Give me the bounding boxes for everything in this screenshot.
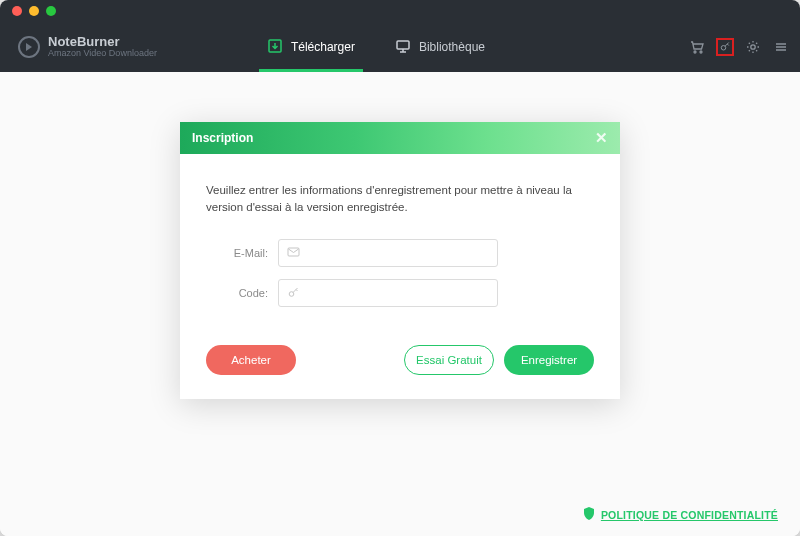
modal-body: Veuillez entrer les informations d'enreg… (180, 154, 620, 399)
app-window: NoteBurner Amazon Video Downloader Téléc… (0, 0, 800, 536)
buy-button[interactable]: Acheter (206, 345, 296, 375)
header-bar: NoteBurner Amazon Video Downloader Téléc… (0, 22, 800, 72)
cart-icon[interactable] (688, 38, 706, 56)
svg-rect-1 (397, 41, 409, 49)
modal-title: Inscription (192, 131, 253, 145)
code-label: Code: (206, 287, 278, 299)
footer: POLITIQUE DE CONFIDENTIALITÉ (583, 507, 778, 522)
brand-subtitle: Amazon Video Downloader (48, 49, 157, 59)
register-button[interactable]: Enregistrer (504, 345, 594, 375)
tab-download-label: Télécharger (291, 40, 355, 54)
close-icon[interactable]: ✕ (595, 129, 608, 147)
tab-download[interactable]: Télécharger (247, 22, 375, 72)
email-label: E-Mail: (206, 247, 278, 259)
nav-tabs: Télécharger Bibliothèque (247, 22, 505, 72)
key-small-icon (287, 286, 300, 299)
tab-library[interactable]: Bibliothèque (375, 22, 505, 72)
email-field[interactable] (306, 247, 489, 259)
shield-icon (583, 507, 595, 522)
gear-icon[interactable] (744, 38, 762, 56)
envelope-icon (287, 247, 300, 258)
code-field[interactable] (306, 287, 489, 299)
brand: NoteBurner Amazon Video Downloader (18, 35, 157, 59)
download-icon (267, 38, 283, 57)
brand-name: NoteBurner (48, 35, 157, 49)
header-actions (688, 38, 790, 56)
tab-library-label: Bibliothèque (419, 40, 485, 54)
window-close-dot[interactable] (12, 6, 22, 16)
code-row: Code: (206, 279, 594, 307)
svg-point-5 (751, 45, 755, 49)
code-input-wrap[interactable] (278, 279, 498, 307)
key-icon[interactable] (716, 38, 734, 56)
email-input-wrap[interactable] (278, 239, 498, 267)
svg-point-3 (700, 51, 702, 53)
modal-message: Veuillez entrer les informations d'enreg… (206, 182, 594, 217)
modal-header: Inscription ✕ (180, 122, 620, 154)
library-icon (395, 38, 411, 57)
modal-actions: Acheter Essai Gratuit Enregistrer (206, 345, 594, 375)
window-minimize-dot[interactable] (29, 6, 39, 16)
trial-button[interactable]: Essai Gratuit (404, 345, 494, 375)
email-row: E-Mail: (206, 239, 594, 267)
content-area: Inscription ✕ Veuillez entrer les inform… (0, 72, 800, 536)
titlebar (0, 0, 800, 22)
privacy-link[interactable]: POLITIQUE DE CONFIDENTIALITÉ (601, 509, 778, 521)
svg-point-2 (694, 51, 696, 53)
window-zoom-dot[interactable] (46, 6, 56, 16)
brand-logo-icon (18, 36, 40, 58)
registration-modal: Inscription ✕ Veuillez entrer les inform… (180, 122, 620, 399)
menu-icon[interactable] (772, 38, 790, 56)
